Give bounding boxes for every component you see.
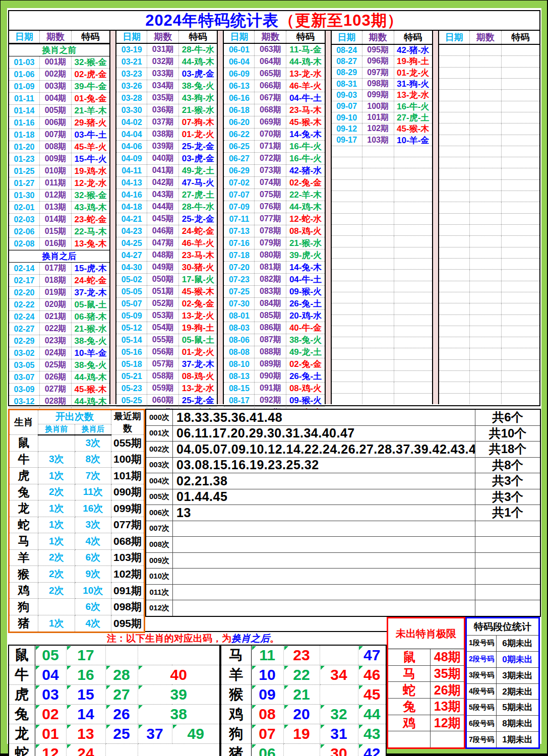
code-cell: 19-狗-土: [394, 56, 432, 67]
code-cell: 49-龙-土: [286, 346, 324, 358]
code-cell: 02-兔-金: [179, 298, 217, 309]
code-cell: 13-龙-水: [179, 383, 217, 394]
date-cell: 04-11: [116, 165, 147, 176]
date-cell: [332, 371, 362, 382]
code-cell: [502, 259, 539, 269]
after-count-cell: 4次: [75, 533, 111, 550]
missing-zodiac-box: 未出特肖极限 鼠48期马35期蛇26期兔13期鸡12期: [387, 617, 465, 749]
date-cell: 08-15: [224, 383, 255, 394]
code-cell: 13-龙-火: [179, 310, 217, 322]
period-cell: 100期: [362, 101, 394, 112]
date-cell: [439, 281, 470, 292]
result-row-empty: [439, 360, 539, 371]
code-cell: 37-龙-木: [179, 358, 217, 370]
result-row: 09-17103期10-羊-金: [332, 135, 432, 146]
segment-value: 3期未出: [497, 668, 538, 683]
result-row: 08-15091期08-鸡-火: [224, 383, 324, 395]
zodiac-codes-row: 龙0113253749: [9, 724, 220, 744]
date-cell: 04-30: [116, 262, 147, 273]
date-cell: [439, 348, 470, 359]
result-row: 05-09053期13-龙-火: [116, 310, 217, 322]
date-cell: [332, 382, 362, 393]
period-cell: 083期: [255, 286, 286, 297]
before-count-cell: 3次: [38, 451, 75, 468]
result-row: 03-19031期28-牛-水: [116, 44, 217, 56]
column-header-period: 期数: [40, 31, 72, 43]
period-cell: 007期: [40, 129, 72, 141]
result-row-empty: [332, 348, 432, 359]
code-number-cell: 32: [320, 705, 358, 724]
period-cell: 027期: [40, 384, 72, 395]
date-cell: [332, 214, 362, 224]
frequency-row: 002次04.05.07.09.10.12.14.22.24.26.27.28.…: [146, 442, 540, 458]
result-row: 07-13078期08-鸡-火: [224, 225, 324, 237]
code-number-cell: 16: [66, 665, 105, 685]
zodiac-stats-row: 狗6次098期: [9, 599, 145, 615]
period-cell: 010期: [40, 165, 72, 177]
period-cell: 049期: [147, 262, 179, 273]
result-row: 04-16043期27-虎-土: [116, 189, 217, 201]
code-cell: [502, 56, 539, 67]
code-cell: 44-鸡-木: [286, 56, 324, 68]
period-cell: [470, 225, 502, 235]
result-row-empty: [332, 191, 432, 202]
period-cell: 048期: [147, 249, 179, 261]
period-cell: [362, 225, 394, 235]
date-cell: 09-07: [332, 101, 362, 112]
code-number-cell: 23: [283, 645, 320, 665]
code-cell: 06-猪-木: [72, 311, 109, 323]
result-row-empty: [439, 348, 539, 359]
code-cell: [502, 382, 539, 393]
period-cell: 095期: [362, 45, 394, 55]
date-cell: 05-16: [116, 346, 147, 358]
result-row: 01-06002期02-虎-金: [9, 69, 109, 81]
period-cell: [362, 394, 394, 404]
frequency-count: [475, 600, 540, 616]
period-cell: 096期: [362, 56, 394, 67]
period-cell: 087期: [255, 334, 286, 346]
code-number-cell: 19: [283, 724, 320, 744]
code-cell: 47-马-火: [179, 177, 217, 188]
date-cell: [439, 112, 470, 123]
result-row: 04-09040期03-虎-金: [116, 153, 217, 165]
date-cell: 06-13: [224, 80, 255, 92]
segment-value: 5期未出: [497, 700, 538, 715]
result-row: 06-20069期45-猴-木: [224, 116, 324, 129]
code-cell: 46-羊-火: [286, 80, 324, 92]
date-cell: 08-29: [332, 68, 362, 78]
date-cell: [332, 146, 362, 157]
date-cell: 08-13: [224, 370, 255, 382]
zodiac-name-cell: 马: [221, 645, 251, 665]
date-cell: 08-08: [224, 346, 255, 358]
period-cell: [470, 292, 502, 303]
period-cell: 026期: [40, 371, 72, 383]
period-cell: 076期: [255, 201, 286, 213]
result-rows: [439, 45, 539, 404]
date-cell: 05-05: [116, 286, 147, 297]
result-row: 06-01063期11-马-金: [224, 44, 324, 56]
result-row: 03-23033期03-虎-金: [116, 68, 217, 80]
date-cell: 02-08: [9, 238, 40, 249]
section-row: 换肖之后: [9, 250, 109, 263]
code-number-cell: 10: [251, 665, 283, 685]
date-cell: 02-03: [9, 214, 40, 225]
period-cell: 017期: [40, 263, 72, 274]
missing-zodiac-periods: 26期: [431, 682, 464, 698]
code-cell: [394, 337, 432, 348]
date-cell: 01-20: [9, 141, 40, 153]
content-area: 2024年特码统计表 （更新至103期） 日期期数特码换肖之前01-03001期…: [7, 8, 541, 744]
zodiac-codes-row: 鸡08203244: [221, 705, 386, 724]
period-cell: [362, 157, 394, 168]
result-row: 04-02037期07-狗-木: [116, 116, 217, 129]
missing-zodiac-rows: 鼠48期马35期蛇26期兔13期鸡12期: [388, 649, 464, 747]
date-cell: 04-23: [116, 225, 147, 237]
period-cell: [470, 236, 502, 246]
code-cell: [394, 303, 432, 314]
date-cell: 05-21: [116, 370, 147, 382]
date-cell: 05-07: [116, 298, 147, 309]
result-row: 07-18080期39-虎-火: [224, 249, 324, 262]
period-cell: 044期: [147, 201, 179, 213]
result-row-empty: [439, 123, 539, 135]
result-row: 07-11077期12-蛇-水: [224, 213, 324, 225]
code-number-cell: 07: [251, 724, 283, 744]
